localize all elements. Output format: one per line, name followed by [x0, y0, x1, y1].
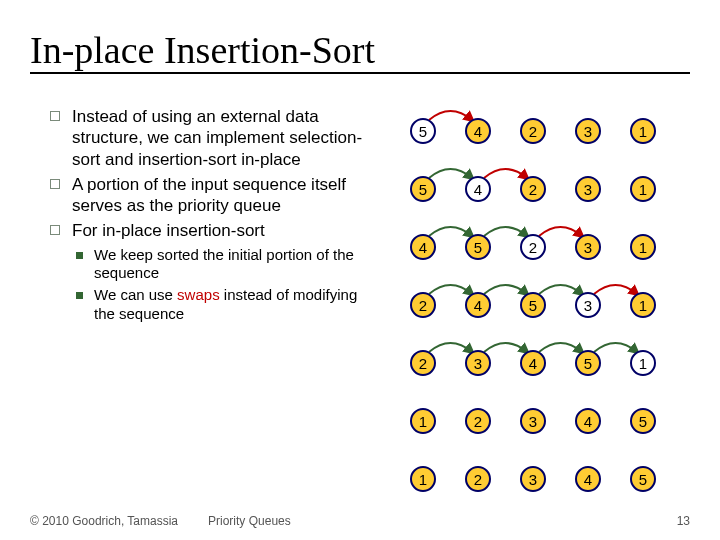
value-circle: 3	[465, 350, 491, 376]
value-circle: 3	[520, 408, 546, 434]
value-circle: 1	[410, 408, 436, 434]
value-circle: 4	[410, 234, 436, 260]
value-circle: 2	[520, 118, 546, 144]
value-circle: 5	[575, 350, 601, 376]
swap-arc	[429, 111, 472, 120]
value-circle: 2	[520, 176, 546, 202]
value-circle: 3	[520, 466, 546, 492]
value-circle: 1	[410, 466, 436, 492]
value-circle: 4	[575, 466, 601, 492]
value-circle: 3	[575, 292, 601, 318]
diagram-row: 23451	[410, 336, 690, 388]
swap-arc	[594, 285, 637, 294]
value-circle: 3	[575, 118, 601, 144]
value-circle: 5	[410, 176, 436, 202]
value-circle: 2	[410, 292, 436, 318]
diagram-row: 45231	[410, 220, 690, 272]
bullet-3b: We can use swaps instead of modifying th…	[72, 286, 380, 324]
value-circle: 2	[520, 234, 546, 260]
diagram-row: 12345	[410, 452, 690, 504]
diagram-row: 24531	[410, 278, 690, 330]
copyright: © 2010 Goodrich, Tamassia	[30, 514, 178, 528]
slide: In-place Insertion-Sort Instead of using…	[0, 0, 720, 540]
body-text: Instead of using an external data struct…	[50, 106, 380, 328]
diagram-row: 54231	[410, 162, 690, 214]
value-circle: 4	[465, 176, 491, 202]
value-circle: 2	[410, 350, 436, 376]
value-circle: 5	[630, 408, 656, 434]
value-circle: 2	[465, 408, 491, 434]
bullet-1: Instead of using an external data struct…	[50, 106, 380, 170]
swap-arc	[539, 227, 582, 236]
swap-arc	[594, 343, 637, 352]
footer: © 2010 Goodrich, Tamassia Priority Queue…	[30, 514, 690, 528]
value-circle: 4	[520, 350, 546, 376]
swap-arc	[484, 169, 527, 178]
section-name: Priority Queues	[208, 514, 291, 528]
page-number: 13	[677, 514, 690, 528]
bullet-3: For in-place insertion-sort We keep sort…	[50, 220, 380, 323]
value-circle: 2	[465, 466, 491, 492]
bullet-3-text: For in-place insertion-sort	[72, 221, 265, 240]
value-circle: 3	[575, 234, 601, 260]
swap-arc	[539, 343, 582, 352]
b3b-red: swaps	[177, 286, 220, 303]
value-circle: 5	[520, 292, 546, 318]
diagram-row: 54231	[410, 104, 690, 156]
swap-arc	[429, 343, 472, 352]
swap-arc	[484, 227, 527, 236]
value-circle: 3	[575, 176, 601, 202]
value-circle: 1	[630, 118, 656, 144]
value-circle: 1	[630, 176, 656, 202]
value-circle: 4	[465, 292, 491, 318]
swap-arc	[429, 285, 472, 294]
slide-title: In-place Insertion-Sort	[30, 30, 690, 74]
value-circle: 5	[410, 118, 436, 144]
swap-arc	[429, 169, 472, 178]
value-circle: 1	[630, 350, 656, 376]
value-circle: 1	[630, 234, 656, 260]
sort-diagram: 54231542314523124531234511234512345	[410, 104, 690, 510]
bullet-2: A portion of the input sequence itself s…	[50, 174, 380, 217]
bullet-3a: We keep sorted the initial portion of th…	[72, 246, 380, 284]
value-circle: 1	[630, 292, 656, 318]
value-circle: 5	[465, 234, 491, 260]
diagram-row: 12345	[410, 394, 690, 446]
swap-arc	[429, 227, 472, 236]
swap-arc	[539, 285, 582, 294]
value-circle: 5	[630, 466, 656, 492]
value-circle: 4	[575, 408, 601, 434]
swap-arc	[484, 343, 527, 352]
value-circle: 4	[465, 118, 491, 144]
b3b-prefix: We can use	[94, 286, 177, 303]
swap-arc	[484, 285, 527, 294]
